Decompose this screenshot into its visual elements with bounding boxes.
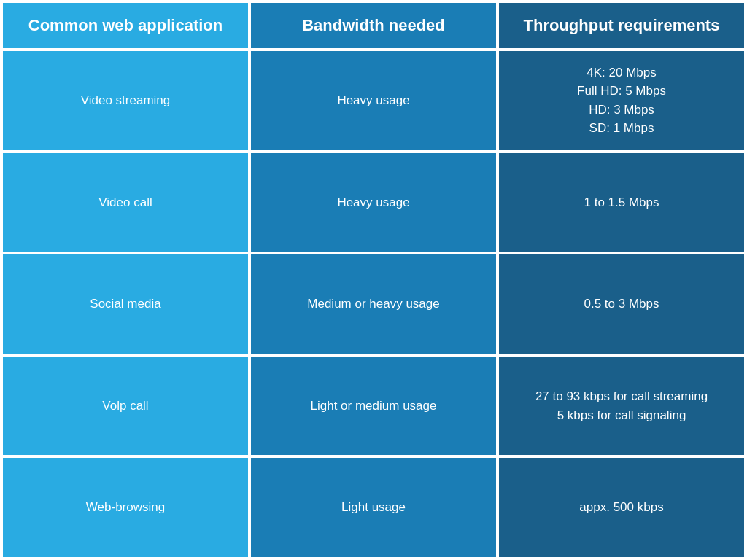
header-col3: Throughput requirements (499, 3, 744, 48)
main-table: Common web application Bandwidth needed … (0, 0, 747, 560)
row-1-bandwidth: Heavy usage (251, 51, 496, 150)
row-5-app: Web-browsing (3, 458, 248, 557)
row-4-bandwidth: Light or medium usage (251, 357, 496, 456)
row-4-app: Volp call (3, 357, 248, 456)
row-1-app: Video streaming (3, 51, 248, 150)
row-1-throughput-text: 4K: 20 Mbps Full HD: 5 Mbps HD: 3 Mbps S… (577, 63, 666, 138)
row-2-bandwidth: Heavy usage (251, 153, 496, 252)
row-5-throughput: appx. 500 kbps (499, 458, 744, 557)
row-2-app: Video call (3, 153, 248, 252)
row-3-bandwidth: Medium or heavy usage (251, 254, 496, 354)
row-4-throughput-text: 27 to 93 kbps for call streaming 5 kbps … (535, 387, 708, 424)
row-4-throughput: 27 to 93 kbps for call streaming 5 kbps … (499, 357, 744, 456)
row-3-app: Social media (3, 254, 248, 354)
row-2-throughput: 1 to 1.5 Mbps (499, 153, 744, 252)
row-3-throughput: 0.5 to 3 Mbps (499, 254, 744, 354)
row-5-bandwidth: Light usage (251, 458, 496, 557)
row-1-throughput: 4K: 20 Mbps Full HD: 5 Mbps HD: 3 Mbps S… (499, 51, 744, 150)
header-col2: Bandwidth needed (251, 3, 496, 48)
header-col1: Common web application (3, 3, 248, 48)
